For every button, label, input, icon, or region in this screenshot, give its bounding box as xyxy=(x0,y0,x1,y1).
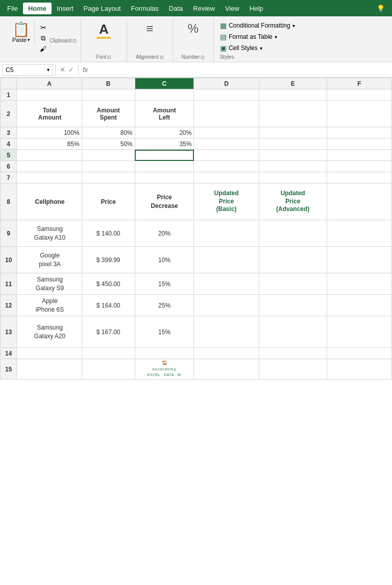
cell-styles-button[interactable]: ▣ Cell Styles ▾ xyxy=(218,43,322,53)
menu-data[interactable]: Data xyxy=(164,3,188,14)
cell-d13[interactable] xyxy=(194,316,259,348)
cell-a14[interactable] xyxy=(17,348,82,359)
cell-ref-dropdown-icon[interactable]: ▾ xyxy=(47,67,50,73)
cell-a11[interactable]: SamsungGalaxy S9 xyxy=(17,273,82,295)
cell-f8[interactable] xyxy=(327,183,391,220)
cell-c12[interactable]: 25% xyxy=(135,295,194,316)
cut-button[interactable]: ✂ xyxy=(38,22,48,33)
cell-d5[interactable] xyxy=(194,150,259,161)
cell-e5[interactable] xyxy=(259,150,327,161)
cell-c3[interactable]: 20% xyxy=(135,127,194,138)
menu-page-layout[interactable]: Page Layout xyxy=(79,3,126,14)
number-button[interactable]: % xyxy=(182,20,204,37)
cell-b8[interactable]: Price xyxy=(82,183,135,220)
cell-a13[interactable]: SamsungGalaxy A20 xyxy=(17,316,82,348)
cell-e6[interactable] xyxy=(259,161,327,172)
cell-e1[interactable] xyxy=(259,89,327,101)
cell-b3[interactable]: 80% xyxy=(82,127,135,138)
copy-button[interactable]: ⧉ xyxy=(38,33,48,43)
cell-f14[interactable] xyxy=(327,348,391,359)
cell-e15[interactable] xyxy=(259,359,327,380)
cell-d10[interactable] xyxy=(194,247,259,273)
paste-dropdown[interactable]: ▾ xyxy=(28,37,30,42)
cell-a1[interactable] xyxy=(17,89,82,101)
cell-c5[interactable] xyxy=(135,150,194,161)
cell-b15[interactable] xyxy=(82,359,135,380)
cell-c7[interactable] xyxy=(135,172,194,183)
cell-b6[interactable] xyxy=(82,161,135,172)
cell-a2[interactable]: TotalAmount xyxy=(17,101,82,127)
cell-c10[interactable]: 10% xyxy=(135,247,194,273)
row-header-13[interactable]: 13 xyxy=(1,316,17,348)
cell-c15[interactable]: 🏠 exceldemy EXCEL · DATA · BI xyxy=(135,359,194,380)
cell-f13[interactable] xyxy=(327,316,391,348)
cell-e3[interactable] xyxy=(259,127,327,138)
cell-c9[interactable]: 20% xyxy=(135,220,194,247)
cell-d6[interactable] xyxy=(194,161,259,172)
cell-d11[interactable] xyxy=(194,273,259,295)
cell-c2[interactable]: AmountLeft xyxy=(135,101,194,127)
cell-c11[interactable]: 15% xyxy=(135,273,194,295)
cell-e7[interactable] xyxy=(259,172,327,183)
cell-c13[interactable]: 15% xyxy=(135,316,194,348)
alignment-expand-icon[interactable]: ⊡ xyxy=(160,55,164,60)
menu-review[interactable]: Review xyxy=(188,3,220,14)
cell-e10[interactable] xyxy=(259,247,327,273)
row-header-6[interactable]: 6 xyxy=(1,161,17,172)
cell-d2[interactable] xyxy=(194,101,259,127)
cell-a5[interactable] xyxy=(17,150,82,161)
formula-input[interactable] xyxy=(92,66,390,74)
paste-button[interactable]: 📋 Paste ▾ xyxy=(8,20,35,45)
cell-c1[interactable] xyxy=(135,89,194,101)
cell-d12[interactable] xyxy=(194,295,259,316)
cell-d4[interactable] xyxy=(194,138,259,150)
col-header-c[interactable]: C xyxy=(135,78,194,89)
col-header-a[interactable]: A xyxy=(17,78,82,89)
cell-a15[interactable] xyxy=(17,359,82,380)
menu-file[interactable]: File xyxy=(2,3,23,14)
cell-b7[interactable] xyxy=(82,172,135,183)
conditional-formatting-button[interactable]: ▦ Conditional Formatting ▾ xyxy=(218,20,322,31)
cell-f4[interactable] xyxy=(327,138,391,150)
row-header-4[interactable]: 4 xyxy=(1,138,17,150)
cell-reference-box[interactable]: C5 ▾ xyxy=(2,64,53,76)
col-header-f[interactable]: F xyxy=(327,78,391,89)
font-button[interactable]: A xyxy=(92,20,115,41)
formula-confirm-button[interactable]: ✓ xyxy=(68,66,74,74)
cell-b1[interactable] xyxy=(82,89,135,101)
cell-d7[interactable] xyxy=(194,172,259,183)
col-header-b[interactable]: B xyxy=(82,78,135,89)
cell-f3[interactable] xyxy=(327,127,391,138)
cell-d8[interactable]: UpdatedPrice(Basic) xyxy=(194,183,259,220)
row-header-10[interactable]: 10 xyxy=(1,247,17,273)
cell-e13[interactable] xyxy=(259,316,327,348)
cell-a7[interactable] xyxy=(17,172,82,183)
formula-cancel-button[interactable]: ✕ xyxy=(60,66,65,74)
cell-f11[interactable] xyxy=(327,273,391,295)
cell-b11[interactable]: $ 450.00 xyxy=(82,273,135,295)
cell-d9[interactable] xyxy=(194,220,259,247)
row-header-5[interactable]: 5 xyxy=(1,150,17,161)
cell-d14[interactable] xyxy=(194,348,259,359)
row-header-15[interactable]: 15 xyxy=(1,359,17,380)
cell-d1[interactable] xyxy=(194,89,259,101)
menu-view[interactable]: View xyxy=(220,3,244,14)
cell-d3[interactable] xyxy=(194,127,259,138)
menu-home[interactable]: Home xyxy=(23,3,52,14)
col-header-d[interactable]: D xyxy=(194,78,259,89)
cell-a12[interactable]: AppleiPhone 6S xyxy=(17,295,82,316)
cell-b10[interactable]: $ 399.99 xyxy=(82,247,135,273)
cell-a10[interactable]: Googlepixel 3A xyxy=(17,247,82,273)
row-header-11[interactable]: 11 xyxy=(1,273,17,295)
cell-a9[interactable]: SamsungGalaxy A10 xyxy=(17,220,82,247)
col-header-e[interactable]: E xyxy=(259,78,327,89)
cell-d15[interactable] xyxy=(194,359,259,380)
row-header-8[interactable]: 8 xyxy=(1,183,17,220)
cell-e2[interactable] xyxy=(259,101,327,127)
cell-b13[interactable]: $ 167.00 xyxy=(82,316,135,348)
alignment-button[interactable]: ≡ xyxy=(138,20,161,37)
row-header-2[interactable]: 2 xyxy=(1,101,17,127)
cell-b2[interactable]: AmountSpent xyxy=(82,101,135,127)
cell-f2[interactable] xyxy=(327,101,391,127)
cell-e12[interactable] xyxy=(259,295,327,316)
